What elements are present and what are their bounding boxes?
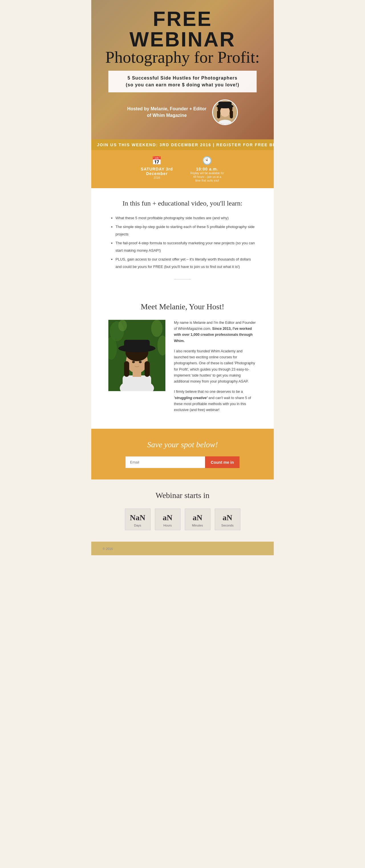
hero-subtitle-box: 5 Successful Side Hustles for Photograph… [109,71,256,92]
svg-point-13 [118,320,127,331]
avatar [212,99,238,125]
svg-rect-23 [145,361,150,377]
svg-rect-15 [123,375,151,391]
list-item: The simple step-by-step guide to startin… [116,223,256,238]
count-me-in-button[interactable]: Count me in [205,456,240,468]
meet-content: My name is Melanie and I'm the Editor an… [109,320,256,417]
ticker-text: JOIN US THIS WEEKEND: 3RD DECEMBER 2016 … [91,143,274,147]
hero-host-line2: of Whim Magazine [127,112,207,119]
countdown-boxes: NaN Days aN Hours aN Minutes aN Seconds [109,508,256,530]
countdown-hours: aN Hours [155,508,181,530]
host-avatar-svg [213,99,237,125]
svg-rect-5 [217,110,220,118]
minutes-value: aN [188,513,207,522]
svg-point-24 [132,361,135,363]
svg-rect-6 [230,110,233,118]
calendar-icon: 📅 [141,156,173,165]
list-item: The fail-proof 4-step formula to success… [116,240,256,254]
hero-content: FREE WEBINAR Photography for Profit: 5 S… [91,0,274,134]
schedule-time-sub: Replay will be available for 48 hours – … [190,171,224,182]
hero-subtitle-line2: (so you can earn more $ doing what you l… [117,82,248,88]
schedule-date-sub: December [141,171,173,176]
list-item: PLUS, gain access to our craziest offer … [116,256,256,271]
cta-section: Save your spot below! Count me in [91,429,274,479]
hero-host-section: Hosted by Melanie, Founder + Editor of W… [103,97,262,128]
learn-section-title: In this fun + educational video, you'll … [109,199,256,207]
hero-title-script: Photography for Profit: [103,48,262,66]
minutes-label: Minutes [188,524,207,527]
svg-rect-4 [218,101,232,107]
host-photo-svg [109,320,165,391]
countdown-minutes: aN Minutes [185,508,210,530]
schedule-bar: 📅 SATURDAY 3rd December 2016 🕙 10:00 a.m… [91,150,274,188]
hero-host-line1: Hosted by Melanie, Founder + Editor [127,106,207,112]
svg-point-25 [139,361,142,363]
hero-subtitle-line1: 5 Successful Side Hustles for Photograph… [117,75,248,82]
bio-p3-italic: 'struggling creative' [174,396,208,400]
hero-title-free: FREE WEBINAR [103,8,262,50]
countdown-days: NaN Days [125,508,151,530]
list-item: What these 5 most profitable photography… [116,214,256,222]
schedule-time-item: 🕙 10:00 a.m. Replay will be available fo… [190,156,224,182]
learn-section: In this fun + educational video, you'll … [91,188,274,299]
clock-icon: 🕙 [190,156,224,165]
learn-list: What these 5 most profitable photography… [109,214,256,271]
cta-form: Count me in [125,456,240,468]
bio-p3-pre: I firmly believe that no one deserves to… [174,390,243,394]
cta-title: Save your spot below! [109,440,256,449]
bio-para-1: My name is Melanie and I'm the Editor an… [174,320,256,344]
hours-label: Hours [158,524,177,527]
svg-point-10 [151,320,162,337]
email-field[interactable] [125,456,205,468]
bio-para-2: I also recently founded Whim Academy and… [174,348,256,385]
days-label: Days [128,524,147,527]
svg-rect-21 [124,340,150,348]
svg-rect-22 [124,361,129,377]
days-value: NaN [128,513,147,522]
schedule-date-item: 📅 SATURDAY 3rd December 2016 [141,156,173,180]
bio-text: My name is Melanie and I'm the Editor an… [174,320,256,417]
section-divider [174,279,191,279]
schedule-time-main: 10:00 a.m. [190,167,224,171]
bio-para-3: I firmly believe that no one deserves to… [174,389,256,413]
countdown-section: Webinar starts in NaN Days aN Hours aN M… [91,479,274,541]
seconds-label: Seconds [218,524,237,527]
ticker-bar: JOIN US THIS WEEKEND: 3RD DECEMBER 2016 … [91,140,274,150]
hero-host-text-block: Hosted by Melanie, Founder + Editor of W… [127,106,207,119]
footer-copyright: © 2016 [103,547,113,551]
host-photo [109,320,165,391]
hero-section: FREE WEBINAR Photography for Profit: 5 S… [91,0,274,140]
seconds-value: aN [218,513,237,522]
schedule-year: 2016 [141,176,173,180]
meet-title: Meet Melanie, Your Host! [109,302,256,311]
schedule-date-main: SATURDAY 3rd [141,167,173,171]
footer: © 2016 [91,541,274,555]
meet-section: Meet Melanie, Your Host! [91,299,274,429]
countdown-seconds: aN Seconds [215,508,240,530]
countdown-title: Webinar starts in [109,491,256,500]
hours-value: aN [158,513,177,522]
